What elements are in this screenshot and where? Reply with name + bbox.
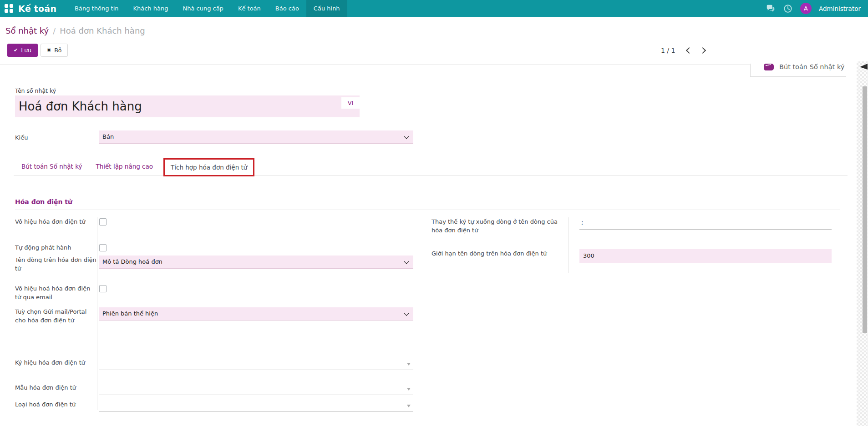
translation-badge[interactable]: VI: [341, 97, 360, 109]
pager-counter: 1 / 1: [661, 47, 675, 54]
mail-portal-option-select[interactable]: Phiên bản thể hiện: [99, 307, 413, 321]
sheet-top-divider: [0, 65, 750, 65]
field-label: Mẫu hóa đơn điện tử: [15, 383, 97, 400]
type-select-value: Bán: [99, 130, 413, 143]
user-avatar[interactable]: A: [800, 3, 812, 14]
einvoice-type-input[interactable]: [99, 400, 413, 412]
journal-name-label: Tên sổ nhật ký: [15, 86, 56, 95]
check-icon: ✔: [14, 47, 18, 53]
discard-button-label: Bỏ: [54, 47, 61, 54]
einvoice-symbol-input[interactable]: [99, 358, 413, 370]
journal-name-value: Hoá đơn Khách hàng: [15, 95, 360, 117]
journal-name-input[interactable]: Hoá đơn Khách hàng VI: [15, 95, 360, 117]
breadcrumb-parent-link[interactable]: Sổ nhật ký: [5, 26, 49, 35]
activities-clock-icon[interactable]: [783, 4, 793, 14]
field-label: Thay thế ký tự xuống dòng ở tên dòng của…: [431, 217, 568, 249]
field-label: Vô hiệu hoá hóa đơn điện tử qua email: [15, 284, 97, 307]
disable-einvoice-email-checkbox[interactable]: [99, 285, 107, 292]
discard-button[interactable]: ✖ Bỏ: [41, 44, 68, 57]
save-button-label: Lưu: [21, 47, 31, 54]
disable-einvoice-checkbox[interactable]: [99, 218, 107, 226]
field-row-disable-email: Vô hiệu hoá hóa đơn điện tử qua email: [15, 284, 413, 307]
nav-item-accounting[interactable]: Kế toán: [231, 0, 268, 17]
field-row-einvoice-template: Mẫu hóa đơn điện tử: [15, 383, 413, 400]
section-title-einvoice: Hóa đơn điện tử: [15, 198, 72, 205]
newline-replace-input[interactable]: ;: [579, 217, 832, 230]
user-name[interactable]: Administrator: [819, 5, 861, 12]
field-label: Tên dòng trên hóa đơn điện tử: [15, 256, 97, 284]
field-groups: Vô hiệu hóa đơn điện tử Tự động phát hàn…: [15, 216, 832, 414]
stat-button-label: Bút toán Sổ nhật ký: [779, 64, 844, 70]
field-row-line-name-limit: Giới hạn tên dòng trên hóa đơn điện tử 3…: [431, 249, 832, 269]
dropdown-caret-icon[interactable]: [407, 405, 411, 407]
auto-issue-checkbox[interactable]: [99, 244, 107, 251]
field-label: Giới hạn tên dòng trên hóa đơn điện tử: [431, 249, 568, 269]
einvoice-template-input[interactable]: [99, 383, 413, 395]
mail-portal-select-value: Phiên bản thể hiện: [99, 307, 413, 320]
field-row-auto-issue: Tự động phát hành: [15, 243, 413, 256]
tab-journal-entries[interactable]: Bút toán Sổ nhật ký: [15, 163, 89, 170]
notebook-tabs: Bút toán Sổ nhật ký Thiết lập nâng cao T…: [14, 158, 848, 175]
nav-item-vendors[interactable]: Nhà cung cấp: [175, 0, 230, 17]
field-row-mail-portal-option: Tuỳ chọn Gửi mail/Portal cho hóa đơn điệ…: [15, 307, 413, 358]
scrollbar-thumb[interactable]: [863, 86, 867, 333]
field-row-disable-einvoice: Vô hiệu hóa đơn điện tử: [15, 217, 413, 243]
top-navbar: Kế toán Bảng thông tin Khách hàng Nhà cu…: [0, 0, 868, 17]
field-label: Tuỳ chọn Gửi mail/Portal cho hóa đơn điệ…: [15, 307, 97, 358]
field-row-einvoice-type: Loại hoá đơn điện tử: [15, 400, 413, 414]
messages-icon[interactable]: [766, 4, 776, 14]
type-select[interactable]: Bán: [99, 130, 413, 144]
left-field-group: Vô hiệu hóa đơn điện tử Tự động phát hàn…: [15, 216, 413, 414]
line-name-select[interactable]: Mô tả Dòng hoá đơn: [99, 256, 413, 269]
section-divider: [15, 210, 840, 210]
breadcrumb-current: Hoá đơn Khách hàng: [60, 26, 145, 35]
pager-next-icon[interactable]: [700, 47, 706, 54]
tab-einvoice-integration[interactable]: Tích hợp hóa đơn điện tử: [163, 158, 254, 176]
cross-icon: ✖: [47, 47, 51, 53]
field-row-newline-replace: Thay thế ký tự xuống dòng ở tên dòng của…: [431, 217, 832, 249]
scrollbar-track[interactable]: [857, 61, 868, 426]
right-field-group: Thay thế ký tự xuống dòng ở tên dòng của…: [431, 216, 832, 414]
field-label: Loại hoá đơn điện tử: [15, 400, 97, 414]
journal-book-icon: [764, 64, 774, 70]
record-pager: 1 / 1: [661, 47, 705, 54]
field-label: Ký hiệu hóa đơn điện tử: [15, 358, 97, 383]
save-button[interactable]: ✔ Lưu: [7, 44, 38, 57]
nav-item-reporting[interactable]: Báo cáo: [268, 0, 306, 17]
line-name-limit-input[interactable]: 300: [579, 249, 832, 263]
journal-entries-stat-button[interactable]: Bút toán Sổ nhật ký: [750, 64, 846, 77]
nav-item-customers[interactable]: Khách hàng: [126, 0, 175, 17]
control-panel-buttons: ✔ Lưu ✖ Bỏ: [7, 44, 68, 57]
field-row-einvoice-symbol: Ký hiệu hóa đơn điện tử: [15, 358, 413, 383]
dropdown-caret-icon[interactable]: [407, 363, 411, 366]
pager-previous-icon[interactable]: [686, 47, 692, 54]
field-label: Tự động phát hành: [15, 243, 97, 256]
app-brand[interactable]: Kế toán: [18, 4, 56, 14]
line-name-select-value: Mô tả Dòng hoá đơn: [99, 256, 413, 268]
type-label: Kiểu: [15, 133, 28, 142]
apps-menu-icon[interactable]: [5, 4, 13, 13]
dropdown-caret-icon[interactable]: [407, 388, 411, 391]
nav-item-dashboard[interactable]: Bảng thông tin: [67, 0, 126, 17]
breadcrumb: Sổ nhật ký / Hoá đơn Khách hàng: [5, 26, 145, 35]
nav-item-configuration[interactable]: Cấu hình: [306, 0, 347, 17]
tab-advanced-settings[interactable]: Thiết lập nâng cao: [89, 163, 160, 170]
breadcrumb-separator: /: [53, 26, 56, 35]
systray: A Administrator: [766, 3, 868, 14]
field-label: Vô hiệu hóa đơn điện tử: [15, 217, 97, 243]
field-row-line-name: Tên dòng trên hóa đơn điện tử Mô tả Dòng…: [15, 256, 413, 284]
